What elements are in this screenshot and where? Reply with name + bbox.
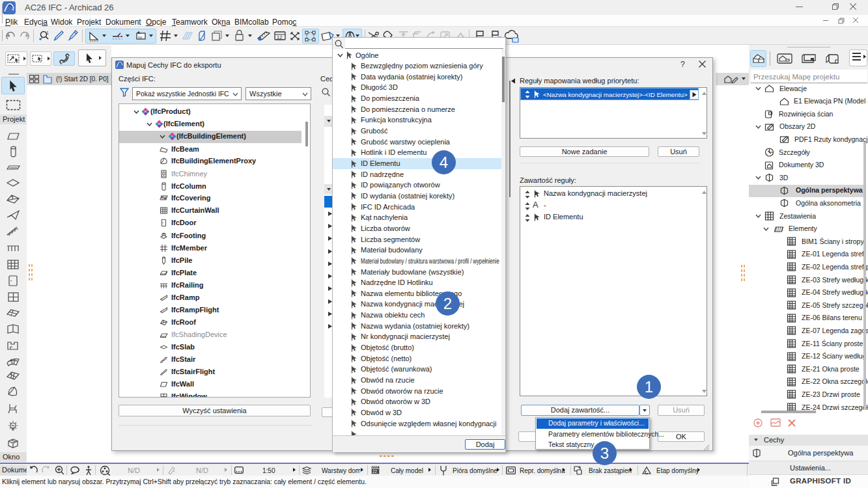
svg-text:xy:: xy: — [138, 35, 143, 39]
svg-text:1: 1 — [46, 31, 49, 35]
svg-text:22: 22 — [372, 469, 378, 474]
svg-text:12: 12 — [277, 34, 282, 40]
